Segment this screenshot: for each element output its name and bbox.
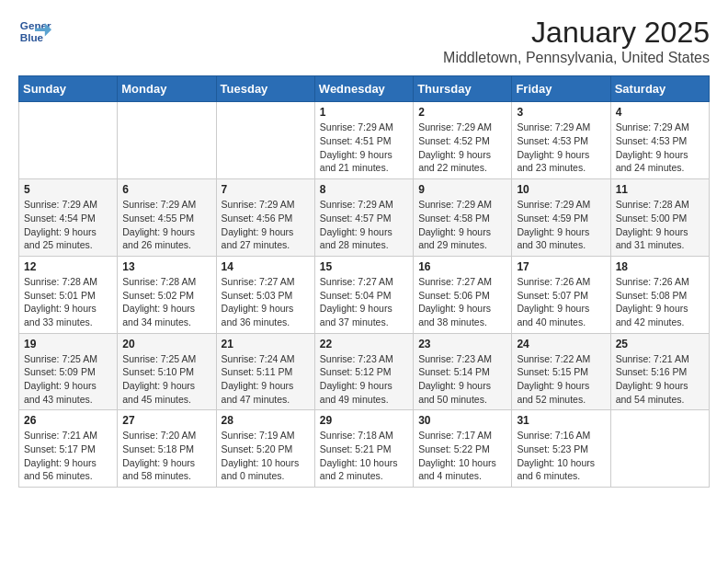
day-number: 7	[222, 183, 310, 196]
header-friday: Friday	[512, 76, 610, 102]
day-info: Sunrise: 7:28 AMSunset: 5:00 PMDaylight:…	[616, 198, 704, 252]
table-row: 22Sunrise: 7:23 AMSunset: 5:12 PMDayligh…	[314, 333, 413, 410]
day-info: Sunrise: 7:19 AMSunset: 5:20 PMDaylight:…	[222, 429, 310, 483]
day-number: 18	[616, 260, 704, 273]
day-number: 1	[320, 106, 408, 119]
table-row: 27Sunrise: 7:20 AMSunset: 5:18 PMDayligh…	[118, 410, 216, 488]
weekday-header-row: Sunday Monday Tuesday Wednesday Thursday…	[19, 76, 710, 102]
table-row: 1Sunrise: 7:29 AMSunset: 4:51 PMDaylight…	[314, 102, 413, 179]
table-row: 20Sunrise: 7:25 AMSunset: 5:10 PMDayligh…	[118, 333, 216, 410]
calendar-week-row: 12Sunrise: 7:28 AMSunset: 5:01 PMDayligh…	[19, 256, 710, 333]
table-row: 19Sunrise: 7:25 AMSunset: 5:09 PMDayligh…	[19, 333, 118, 410]
day-number: 16	[418, 260, 506, 273]
table-row	[19, 102, 118, 179]
day-number: 28	[222, 414, 310, 427]
table-row	[216, 102, 314, 179]
day-info: Sunrise: 7:21 AMSunset: 5:16 PMDaylight:…	[616, 352, 704, 407]
day-number: 3	[517, 106, 605, 119]
day-info: Sunrise: 7:25 AMSunset: 5:10 PMDaylight:…	[122, 352, 210, 407]
day-number: 20	[122, 338, 210, 350]
day-number: 5	[24, 183, 112, 196]
day-info: Sunrise: 7:29 AMSunset: 4:59 PMDaylight:…	[517, 198, 605, 252]
day-number: 13	[122, 260, 210, 273]
day-number: 4	[616, 106, 704, 119]
day-info: Sunrise: 7:29 AMSunset: 4:56 PMDaylight:…	[222, 198, 310, 252]
day-number: 15	[320, 260, 408, 273]
day-info: Sunrise: 7:29 AMSunset: 4:54 PMDaylight:…	[24, 198, 112, 252]
day-info: Sunrise: 7:29 AMSunset: 4:58 PMDaylight:…	[418, 198, 506, 252]
table-row: 6Sunrise: 7:29 AMSunset: 4:55 PMDaylight…	[118, 179, 216, 257]
table-row: 15Sunrise: 7:27 AMSunset: 5:04 PMDayligh…	[314, 256, 413, 333]
day-number: 30	[418, 414, 506, 427]
calendar-week-row: 19Sunrise: 7:25 AMSunset: 5:09 PMDayligh…	[19, 333, 710, 410]
header-monday: Monday	[118, 76, 216, 102]
day-info: Sunrise: 7:24 AMSunset: 5:11 PMDaylight:…	[222, 352, 310, 407]
day-number: 25	[616, 338, 704, 350]
header-tuesday: Tuesday	[216, 76, 314, 102]
calendar-week-row: 5Sunrise: 7:29 AMSunset: 4:54 PMDaylight…	[19, 179, 710, 257]
table-row: 31Sunrise: 7:16 AMSunset: 5:23 PMDayligh…	[512, 410, 610, 488]
day-info: Sunrise: 7:23 AMSunset: 5:12 PMDaylight:…	[320, 352, 408, 407]
day-number: 23	[418, 338, 506, 350]
table-row: 5Sunrise: 7:29 AMSunset: 4:54 PMDaylight…	[19, 179, 118, 257]
table-row	[118, 102, 216, 179]
day-info: Sunrise: 7:29 AMSunset: 4:52 PMDaylight:…	[418, 121, 506, 175]
day-info: Sunrise: 7:29 AMSunset: 4:51 PMDaylight:…	[320, 121, 408, 175]
day-number: 8	[320, 183, 408, 196]
table-row: 11Sunrise: 7:28 AMSunset: 5:00 PMDayligh…	[610, 179, 709, 257]
day-number: 14	[222, 260, 310, 273]
day-info: Sunrise: 7:23 AMSunset: 5:14 PMDaylight:…	[418, 352, 506, 407]
table-row: 7Sunrise: 7:29 AMSunset: 4:56 PMDaylight…	[216, 179, 314, 257]
day-info: Sunrise: 7:16 AMSunset: 5:23 PMDaylight:…	[517, 429, 605, 483]
title-block: January 2025 Middletown, Pennsylvania, U…	[443, 15, 710, 66]
day-info: Sunrise: 7:28 AMSunset: 5:01 PMDaylight:…	[24, 275, 112, 329]
table-row: 29Sunrise: 7:18 AMSunset: 5:21 PMDayligh…	[314, 410, 413, 488]
page-header: General Blue January 2025 Middletown, Pe…	[18, 15, 710, 66]
day-number: 29	[320, 414, 408, 427]
day-number: 12	[24, 260, 112, 273]
calendar-subtitle: Middletown, Pennsylvania, United States	[443, 50, 710, 66]
day-number: 22	[320, 338, 408, 350]
day-info: Sunrise: 7:26 AMSunset: 5:08 PMDaylight:…	[616, 275, 704, 329]
table-row: 23Sunrise: 7:23 AMSunset: 5:14 PMDayligh…	[414, 333, 512, 410]
calendar-week-row: 26Sunrise: 7:21 AMSunset: 5:17 PMDayligh…	[19, 410, 710, 488]
day-number: 10	[517, 183, 605, 196]
calendar-title: January 2025	[443, 15, 710, 50]
logo: General Blue	[18, 15, 51, 48]
day-info: Sunrise: 7:21 AMSunset: 5:17 PMDaylight:…	[24, 429, 112, 483]
table-row: 13Sunrise: 7:28 AMSunset: 5:02 PMDayligh…	[118, 256, 216, 333]
table-row: 14Sunrise: 7:27 AMSunset: 5:03 PMDayligh…	[216, 256, 314, 333]
table-row: 10Sunrise: 7:29 AMSunset: 4:59 PMDayligh…	[512, 179, 610, 257]
logo-icon: General Blue	[18, 15, 51, 48]
day-info: Sunrise: 7:29 AMSunset: 4:57 PMDaylight:…	[320, 198, 408, 252]
day-info: Sunrise: 7:29 AMSunset: 4:55 PMDaylight:…	[122, 198, 210, 252]
table-row: 12Sunrise: 7:28 AMSunset: 5:01 PMDayligh…	[19, 256, 118, 333]
day-info: Sunrise: 7:27 AMSunset: 5:04 PMDaylight:…	[320, 275, 408, 329]
header-wednesday: Wednesday	[314, 76, 413, 102]
table-row: 8Sunrise: 7:29 AMSunset: 4:57 PMDaylight…	[314, 179, 413, 257]
header-sunday: Sunday	[19, 76, 118, 102]
table-row: 21Sunrise: 7:24 AMSunset: 5:11 PMDayligh…	[216, 333, 314, 410]
day-info: Sunrise: 7:25 AMSunset: 5:09 PMDaylight:…	[24, 352, 112, 407]
day-number: 17	[517, 260, 605, 273]
day-info: Sunrise: 7:17 AMSunset: 5:22 PMDaylight:…	[418, 429, 506, 483]
table-row: 9Sunrise: 7:29 AMSunset: 4:58 PMDaylight…	[414, 179, 512, 257]
day-number: 19	[24, 338, 112, 350]
day-info: Sunrise: 7:22 AMSunset: 5:15 PMDaylight:…	[517, 352, 605, 407]
table-row: 16Sunrise: 7:27 AMSunset: 5:06 PMDayligh…	[414, 256, 512, 333]
table-row: 25Sunrise: 7:21 AMSunset: 5:16 PMDayligh…	[610, 333, 709, 410]
header-thursday: Thursday	[414, 76, 512, 102]
table-row: 2Sunrise: 7:29 AMSunset: 4:52 PMDaylight…	[414, 102, 512, 179]
svg-text:Blue: Blue	[20, 31, 44, 43]
day-info: Sunrise: 7:18 AMSunset: 5:21 PMDaylight:…	[320, 429, 408, 483]
day-number: 9	[418, 183, 506, 196]
table-row: 26Sunrise: 7:21 AMSunset: 5:17 PMDayligh…	[19, 410, 118, 488]
day-number: 26	[24, 414, 112, 427]
table-row: 18Sunrise: 7:26 AMSunset: 5:08 PMDayligh…	[610, 256, 709, 333]
day-number: 11	[616, 183, 704, 196]
table-row	[610, 410, 709, 488]
table-row: 28Sunrise: 7:19 AMSunset: 5:20 PMDayligh…	[216, 410, 314, 488]
table-row: 4Sunrise: 7:29 AMSunset: 4:53 PMDaylight…	[610, 102, 709, 179]
day-number: 2	[418, 106, 506, 119]
day-info: Sunrise: 7:20 AMSunset: 5:18 PMDaylight:…	[122, 429, 210, 483]
